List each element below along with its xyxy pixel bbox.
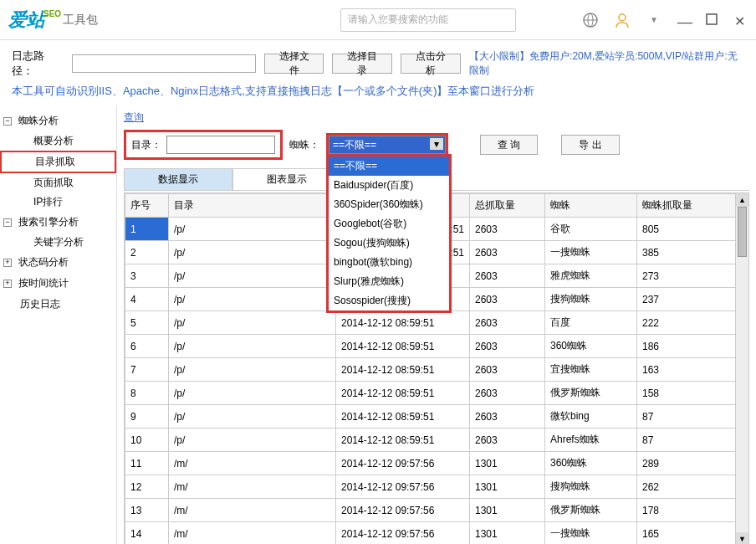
table-cell: 360蜘蛛 bbox=[545, 335, 637, 358]
tree-status-code[interactable]: +状态码分析 bbox=[0, 252, 116, 273]
expand-icon[interactable]: + bbox=[3, 280, 12, 288]
collapse-icon[interactable]: − bbox=[3, 218, 12, 227]
expand-icon[interactable]: + bbox=[3, 259, 12, 267]
titlebar-icons: ▼ — ✕ bbox=[582, 12, 748, 28]
scroll-up-icon[interactable]: ▲ bbox=[736, 193, 748, 207]
dd-option[interactable]: Sogou(搜狗蜘蛛) bbox=[329, 234, 449, 253]
logo-seo: SEO bbox=[43, 9, 61, 18]
th-count[interactable]: 蜘蛛抓取量 bbox=[637, 194, 748, 218]
vertical-scrollbar[interactable]: ▲ ▼ bbox=[735, 193, 748, 544]
tree-keyword[interactable]: 关键字分析 bbox=[0, 233, 116, 252]
dd-option[interactable]: Sosospider(搜搜) bbox=[329, 291, 449, 310]
spider-select-wrap: ==不限== ==不限== Baiduspider(百度) 360Spider(… bbox=[326, 133, 448, 157]
dd-option[interactable]: bingbot(微软bing) bbox=[329, 253, 449, 272]
user-icon[interactable] bbox=[614, 12, 631, 28]
close-button[interactable]: ✕ bbox=[734, 13, 748, 27]
tree-spider-analysis[interactable]: −蜘蛛分析 bbox=[0, 110, 116, 131]
table-row[interactable]: 5/p/2014-12-12 08:59:512603百度222 bbox=[125, 311, 748, 335]
th-index[interactable]: 序号 bbox=[125, 194, 169, 218]
table-cell: 2014-12-12 09:57:56 bbox=[336, 475, 470, 499]
tree-history[interactable]: 历史日志 bbox=[0, 294, 116, 315]
table-row[interactable]: 12/m/2014-12-12 09:57:561301搜狗蜘蛛262 bbox=[125, 475, 748, 499]
query-button[interactable]: 查 询 bbox=[480, 135, 538, 155]
table-cell: /m/ bbox=[169, 522, 336, 545]
dropdown-icon[interactable]: ▼ bbox=[646, 12, 662, 28]
table-cell: /p/ bbox=[169, 311, 336, 335]
dir-input[interactable] bbox=[166, 136, 275, 154]
collapse-icon[interactable]: − bbox=[3, 117, 12, 126]
query-link[interactable]: 查询 bbox=[124, 111, 144, 123]
dd-option[interactable]: ==不限== bbox=[329, 157, 449, 176]
table-cell: /m/ bbox=[169, 475, 336, 499]
choose-file-button[interactable]: 选择文件 bbox=[264, 54, 324, 74]
scroll-down-icon[interactable]: ▼ bbox=[736, 532, 748, 544]
table-cell: 微软bing bbox=[545, 405, 637, 429]
table-row[interactable]: 13/m/2014-12-12 09:57:561301俄罗斯蜘蛛178 bbox=[125, 499, 748, 522]
table-cell: 2014-12-12 08:59:51 bbox=[336, 311, 470, 335]
table-cell: 1301 bbox=[470, 522, 545, 545]
spider-select[interactable]: ==不限== bbox=[329, 136, 446, 154]
table-cell: 搜狗蜘蛛 bbox=[545, 288, 637, 311]
maximize-button[interactable] bbox=[706, 13, 719, 27]
table-cell: 2603 bbox=[470, 264, 545, 288]
tree-page-crawl[interactable]: 页面抓取 bbox=[0, 173, 116, 192]
dd-option[interactable]: 360Spider(360蜘蛛) bbox=[329, 195, 449, 214]
svg-rect-4 bbox=[707, 14, 717, 24]
table-row[interactable]: 10/p/2014-12-12 08:59:512603Ahrefs蜘蛛87 bbox=[125, 429, 748, 452]
logo-main: 爱站 bbox=[8, 8, 45, 33]
table-cell: 165 bbox=[637, 522, 748, 545]
logo: 爱站 SEO 工具包 bbox=[8, 8, 98, 33]
log-path-input[interactable] bbox=[72, 54, 256, 73]
globe-icon[interactable] bbox=[582, 12, 599, 28]
table-cell: 11 bbox=[125, 452, 169, 475]
table-cell: 雅虎蜘蛛 bbox=[545, 264, 637, 288]
tree-se-analysis[interactable]: −搜索引擎分析 bbox=[0, 212, 116, 233]
table-cell: 262 bbox=[637, 475, 748, 499]
minimize-button[interactable]: — bbox=[677, 13, 691, 27]
table-cell: 186 bbox=[637, 335, 748, 358]
table-cell: 2603 bbox=[470, 218, 545, 241]
scroll-thumb[interactable] bbox=[738, 207, 747, 257]
th-dir[interactable]: 目录 bbox=[169, 194, 336, 218]
table-cell: 俄罗斯蜘蛛 bbox=[545, 382, 637, 405]
table-row[interactable]: 8/p/2014-12-12 08:59:512603俄罗斯蜘蛛158 bbox=[125, 382, 748, 405]
logo-sub: 工具包 bbox=[63, 13, 98, 28]
table-cell: 9 bbox=[125, 405, 169, 429]
tree-dir-crawl[interactable]: 目录抓取 bbox=[0, 151, 116, 173]
tab-chart[interactable]: 图表显示 bbox=[232, 168, 341, 190]
table-row[interactable]: 14/m/2014-12-12 09:57:561301一搜蜘蛛165 bbox=[125, 522, 748, 545]
tree-summary[interactable]: 概要分析 bbox=[0, 131, 116, 151]
choose-dir-button[interactable]: 选择目录 bbox=[332, 54, 392, 74]
table-cell: 2014-12-12 09:57:56 bbox=[336, 522, 470, 545]
dd-option[interactable]: Googlebot(谷歌) bbox=[329, 214, 449, 234]
th-total[interactable]: 总抓取量 bbox=[470, 194, 545, 218]
path-label: 日志路径： bbox=[12, 49, 64, 79]
table-cell: 2014-12-12 08:59:51 bbox=[336, 382, 470, 405]
table-cell: 7 bbox=[125, 358, 169, 382]
table-cell: 87 bbox=[637, 429, 748, 452]
table-cell: 4 bbox=[125, 288, 169, 311]
tree-by-time[interactable]: +按时间统计 bbox=[0, 273, 116, 294]
dd-option[interactable]: Slurp(雅虎蜘蛛) bbox=[329, 272, 449, 291]
global-search-input[interactable]: 请输入您要搜索的功能 bbox=[340, 8, 516, 32]
table-cell: 1301 bbox=[470, 475, 545, 499]
table-row[interactable]: 9/p/2014-12-12 08:59:512603微软bing87 bbox=[125, 405, 748, 429]
table-cell: /p/ bbox=[169, 218, 336, 241]
dd-option[interactable]: Baiduspider(百度) bbox=[329, 176, 449, 195]
table-cell: 俄罗斯蜘蛛 bbox=[545, 499, 637, 522]
tree-ip-rank[interactable]: IP排行 bbox=[0, 192, 116, 212]
th-spider[interactable]: 蜘蛛 bbox=[545, 194, 637, 218]
table-cell: Ahrefs蜘蛛 bbox=[545, 429, 637, 452]
analyze-button[interactable]: 点击分析 bbox=[401, 54, 461, 74]
table-cell: 2014-12-12 09:57:56 bbox=[336, 499, 470, 522]
export-button[interactable]: 导 出 bbox=[561, 135, 619, 155]
table-cell: 宜搜蜘蛛 bbox=[545, 358, 637, 382]
table-cell: 一搜蜘蛛 bbox=[545, 241, 637, 264]
table-cell: 158 bbox=[637, 382, 748, 405]
table-cell: /p/ bbox=[169, 429, 336, 452]
tab-data[interactable]: 数据显示 bbox=[124, 168, 232, 190]
table-row[interactable]: 11/m/2014-12-12 09:57:561301360蜘蛛289 bbox=[125, 452, 748, 475]
table-row[interactable]: 6/p/2014-12-12 08:59:512603360蜘蛛186 bbox=[125, 335, 748, 358]
table-row[interactable]: 7/p/2014-12-12 08:59:512603宜搜蜘蛛163 bbox=[125, 358, 748, 382]
dir-label: 目录： bbox=[131, 138, 161, 152]
